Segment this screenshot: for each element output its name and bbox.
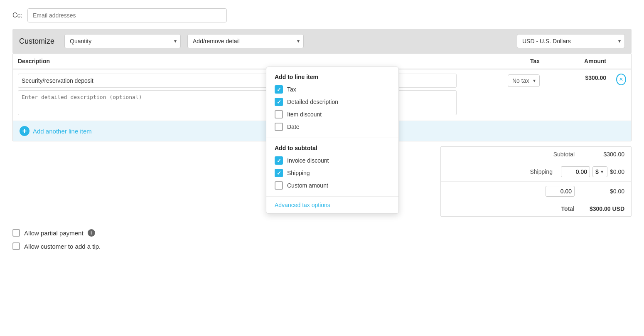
popup-checkbox-shipping[interactable] bbox=[275, 169, 283, 177]
customize-label: Customize bbox=[19, 37, 54, 46]
shipping-computed-value: $0.00 bbox=[610, 168, 624, 175]
popup-item-item-discount[interactable]: Item discount bbox=[275, 110, 390, 119]
popup-label-custom-amount: Custom amount bbox=[287, 182, 328, 189]
popup-label-detailed-description: Detailed description bbox=[287, 99, 338, 105]
total-row: Total $300.00 USD bbox=[441, 201, 631, 216]
currency-dropdown[interactable]: USD - U.S. Dollars EUR - Euro GBP - Brit… bbox=[517, 34, 625, 48]
subtotal-value: $300.00 bbox=[583, 151, 624, 158]
shipping-value: $ ▾ $0.00 bbox=[561, 166, 624, 177]
popup-checkbox-item-discount[interactable] bbox=[275, 110, 283, 119]
add-remove-dropdown-wrapper: Add/remove detail ▾ bbox=[187, 34, 304, 48]
tax-total-value: $0.00 bbox=[583, 188, 624, 195]
shipping-row: Shipping $ ▾ $0.00 bbox=[441, 162, 631, 182]
amount-header: Amount bbox=[545, 54, 611, 69]
shipping-currency-dropdown[interactable]: $ bbox=[592, 166, 607, 177]
tax-header: Tax bbox=[462, 54, 545, 69]
tax-amount-input[interactable] bbox=[546, 186, 575, 197]
popup-item-date[interactable]: Date bbox=[275, 123, 390, 131]
shipping-label: Shipping bbox=[447, 168, 561, 175]
popup-item-detailed-description[interactable]: Detailed description bbox=[275, 98, 390, 106]
popup-label-item-discount: Item discount bbox=[287, 111, 322, 118]
partial-payment-checkbox[interactable] bbox=[12, 229, 20, 237]
add-remove-dropdown-popup: Add to line item Tax Detailed descriptio… bbox=[266, 67, 399, 214]
shipping-amount-input[interactable] bbox=[561, 166, 590, 177]
popup-label-invoice-discount: Invoice discount bbox=[287, 157, 329, 164]
cc-label: Cc: bbox=[12, 12, 22, 19]
tax-cell: No tax ▾ bbox=[462, 69, 545, 121]
tax-total-row: $0.00 bbox=[441, 182, 631, 201]
total-value: $300.00 USD bbox=[583, 205, 624, 212]
bottom-options: Allow partial payment i Allow customer t… bbox=[12, 229, 632, 250]
add-line-text: Add another line item bbox=[33, 128, 92, 135]
popup-item-tax[interactable]: Tax bbox=[275, 85, 390, 94]
delete-cell: × bbox=[611, 69, 631, 121]
quantity-dropdown-wrapper: Quantity None ▾ bbox=[64, 34, 181, 48]
add-to-line-section: Add to line item Tax Detailed descriptio… bbox=[266, 67, 398, 138]
popup-item-custom-amount[interactable]: Custom amount bbox=[275, 181, 390, 190]
popup-item-shipping[interactable]: Shipping bbox=[275, 169, 390, 177]
customize-bar: Customize Quantity None ▾ Add/remove det… bbox=[12, 29, 632, 53]
popup-item-invoice-discount[interactable]: Invoice discount bbox=[275, 156, 390, 165]
popup-checkbox-invoice-discount[interactable] bbox=[275, 156, 283, 165]
popup-label-tax: Tax bbox=[287, 86, 296, 93]
partial-payment-label: Allow partial payment bbox=[24, 230, 84, 237]
amount-cell: $300.00 bbox=[545, 69, 611, 121]
cc-input[interactable] bbox=[27, 8, 227, 22]
add-to-subtotal-section: Add to subtotal Invoice discount Shippin… bbox=[266, 138, 398, 196]
advanced-tax-link-section: Advanced tax options bbox=[266, 196, 398, 213]
no-tax-dropdown[interactable]: No tax bbox=[508, 74, 540, 87]
delete-header bbox=[611, 54, 631, 69]
subtotal-label: Subtotal bbox=[447, 151, 583, 158]
totals-section: Subtotal $300.00 Shipping $ ▾ bbox=[440, 146, 632, 217]
subtotal-row: Subtotal $300.00 bbox=[441, 147, 631, 162]
partial-payment-info-icon[interactable]: i bbox=[88, 229, 95, 237]
cc-row: Cc: bbox=[12, 8, 632, 22]
tip-row: Allow customer to add a tip. bbox=[12, 242, 632, 250]
popup-label-date: Date bbox=[287, 124, 300, 130]
currency-dropdown-wrapper: USD - U.S. Dollars EUR - Euro GBP - Brit… bbox=[517, 34, 625, 48]
popup-label-shipping: Shipping bbox=[287, 170, 310, 176]
quantity-dropdown[interactable]: Quantity None bbox=[64, 34, 181, 48]
tip-checkbox[interactable] bbox=[12, 242, 20, 250]
add-remove-dropdown[interactable]: Add/remove detail bbox=[187, 34, 304, 48]
close-icon: × bbox=[619, 76, 623, 83]
advanced-tax-link[interactable]: Advanced tax options bbox=[275, 202, 330, 208]
tip-label: Allow customer to add a tip. bbox=[24, 243, 101, 250]
delete-button[interactable]: × bbox=[616, 74, 626, 85]
popup-checkbox-detailed-description[interactable] bbox=[275, 98, 283, 106]
popup-checkbox-tax[interactable] bbox=[275, 85, 283, 94]
no-tax-dropdown-wrapper: No tax ▾ bbox=[508, 74, 540, 87]
partial-payment-row: Allow partial payment i bbox=[12, 229, 632, 237]
total-label: Total bbox=[447, 205, 583, 212]
popup-checkbox-custom-amount[interactable] bbox=[275, 181, 283, 190]
add-line-icon: + bbox=[20, 126, 29, 136]
add-to-line-title: Add to line item bbox=[275, 74, 390, 80]
popup-checkbox-date[interactable] bbox=[275, 123, 283, 131]
tax-total-label bbox=[447, 186, 583, 197]
add-to-subtotal-title: Add to subtotal bbox=[275, 145, 390, 151]
